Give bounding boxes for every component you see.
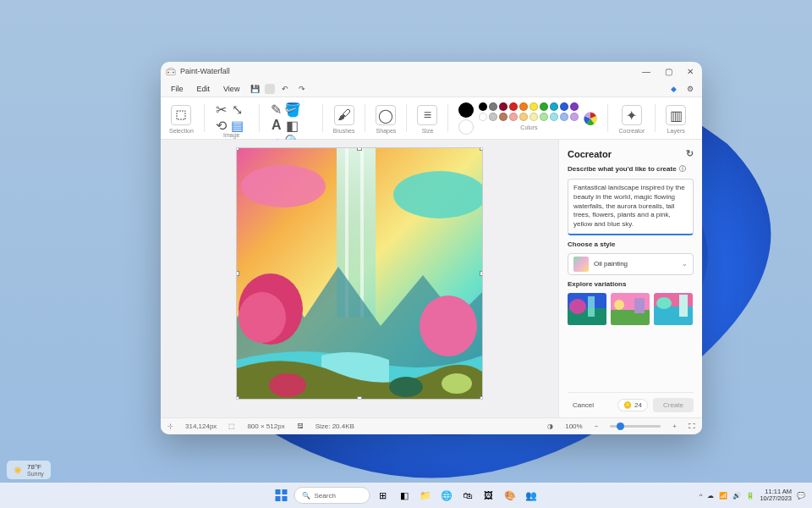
onedrive-icon[interactable]: ☁ xyxy=(707,492,714,500)
brush-tool[interactable]: 🖌 xyxy=(334,105,354,125)
text-icon[interactable]: A xyxy=(270,119,283,132)
shapes-tool[interactable]: ◯ xyxy=(376,105,396,125)
color-swatch[interactable] xyxy=(550,102,558,111)
widgets-icon[interactable]: ◧ xyxy=(396,487,413,504)
svg-point-16 xyxy=(389,377,423,397)
color-swatch[interactable] xyxy=(489,113,497,121)
size-tool[interactable]: ≡ xyxy=(417,105,437,125)
menu-view[interactable]: View xyxy=(218,83,244,95)
color-swatch[interactable] xyxy=(529,102,538,111)
menu-file[interactable]: File xyxy=(166,83,189,95)
variation-3[interactable] xyxy=(654,293,693,325)
canvas[interactable] xyxy=(237,148,482,399)
color-swatch[interactable] xyxy=(499,102,508,111)
wifi-icon[interactable]: 📶 xyxy=(719,492,727,500)
edge-icon[interactable]: 🌐 xyxy=(438,487,455,504)
fill-icon[interactable]: 🪣 xyxy=(286,102,299,116)
canvas-area[interactable] xyxy=(161,140,558,417)
cancel-button[interactable]: Cancel xyxy=(568,398,599,412)
weather-widget[interactable]: ☀️ 78°F Sunny xyxy=(7,461,51,479)
credits-pill[interactable]: 🪙 24 xyxy=(617,399,648,411)
color-swatch[interactable] xyxy=(560,113,568,121)
color-swatch[interactable] xyxy=(540,113,548,121)
ribbon-colors: Colors xyxy=(455,101,601,135)
prompt-input[interactable]: Fantastical landscape inspired by the be… xyxy=(568,179,694,235)
zoom-in-icon[interactable]: + xyxy=(672,422,677,430)
fit-icon[interactable]: ⛶ xyxy=(689,422,695,430)
style-thumbnail xyxy=(573,257,589,272)
save-icon[interactable]: 💾 xyxy=(248,82,261,96)
undo-icon[interactable]: ↶ xyxy=(278,82,292,96)
crop-icon[interactable]: ✂ xyxy=(215,102,228,116)
layers-small-icon[interactable]: ▤ xyxy=(231,119,244,132)
redo-icon[interactable]: ↷ xyxy=(295,82,309,96)
pencil-icon[interactable]: ✎ xyxy=(270,102,283,116)
info-icon[interactable]: ⓘ xyxy=(679,164,686,174)
cocreator-icon[interactable]: ✦ xyxy=(622,105,642,125)
color-swatch[interactable] xyxy=(560,102,568,111)
select-tool[interactable] xyxy=(171,105,191,125)
rotate-icon[interactable]: ⟲ xyxy=(215,119,228,132)
color-swatch[interactable] xyxy=(509,102,518,111)
variation-2[interactable] xyxy=(611,293,650,325)
copilot-icon[interactable]: ◆ xyxy=(667,82,680,96)
variations-label: Explore variations xyxy=(568,280,694,288)
titlebar[interactable]: Paint - Waterfall — ▢ ✕ xyxy=(161,62,702,80)
create-button[interactable]: Create xyxy=(653,398,694,412)
color-swatch[interactable] xyxy=(479,113,487,121)
menu-edit[interactable]: Edit xyxy=(192,83,216,95)
secondary-color[interactable] xyxy=(458,119,474,135)
color-swatch[interactable] xyxy=(519,113,528,121)
notifications-icon[interactable]: 💬 xyxy=(797,492,805,500)
status-dims: 800 × 512px xyxy=(247,422,284,430)
canvas-size-icon: ⬚ xyxy=(228,422,235,430)
taskbar-clock[interactable]: 11:11 AM 10/27/2023 xyxy=(760,489,792,502)
ribbon-size: ≡ Size xyxy=(414,101,441,135)
zoom-slider[interactable] xyxy=(610,425,661,428)
ribbon-cocreator[interactable]: ✦ Cocreator xyxy=(615,101,648,135)
color-swatch[interactable] xyxy=(570,113,579,121)
color-swatch[interactable] xyxy=(499,113,508,121)
color-swatch[interactable] xyxy=(550,113,558,121)
color-swatch[interactable] xyxy=(479,102,487,111)
prompt-label: Describe what you'd like to create ⓘ xyxy=(568,164,694,174)
settings-icon[interactable]: ⚙ xyxy=(683,82,697,96)
color-swatch[interactable] xyxy=(570,102,579,111)
resize-icon[interactable]: ⤡ xyxy=(231,102,244,116)
history-icon[interactable]: ↻ xyxy=(686,148,694,159)
cursor-pos-icon: ⊹ xyxy=(167,422,173,430)
window-minimize-button[interactable]: — xyxy=(639,67,653,76)
teams-icon[interactable]: 👥 xyxy=(523,487,540,504)
menubar: File Edit View 💾 ↶ ↷ ◆ ⚙ xyxy=(161,80,702,97)
style-select[interactable]: Oil painting ⌄ xyxy=(568,253,694,275)
zoom-out-icon[interactable]: − xyxy=(595,422,599,430)
tray-chevron-icon[interactable]: ^ xyxy=(700,492,703,500)
eraser-icon[interactable]: ◧ xyxy=(286,119,299,132)
variation-1[interactable] xyxy=(568,293,606,325)
color-swatch[interactable] xyxy=(509,113,518,121)
taskbar-search[interactable]: 🔍 Search xyxy=(294,487,370,504)
svg-rect-32 xyxy=(276,496,281,501)
svg-point-2 xyxy=(170,72,172,74)
photos-icon[interactable]: 🖼 xyxy=(480,487,497,504)
store-icon[interactable]: 🛍 xyxy=(459,487,476,504)
color-swatch[interactable] xyxy=(489,102,497,111)
primary-color[interactable] xyxy=(458,102,474,118)
paint-taskbar-icon[interactable]: 🎨 xyxy=(502,487,518,504)
battery-icon[interactable]: 🔋 xyxy=(746,492,754,500)
window-close-button[interactable]: ✕ xyxy=(683,67,697,76)
generated-artwork xyxy=(237,148,482,399)
window-maximize-button[interactable]: ▢ xyxy=(661,67,675,76)
explorer-icon[interactable]: 📁 xyxy=(417,487,434,504)
color-swatch[interactable] xyxy=(540,102,548,111)
color-swatch[interactable] xyxy=(529,113,538,121)
color-swatch[interactable] xyxy=(519,102,528,111)
ribbon-layers[interactable]: ▥ Layers xyxy=(662,101,689,135)
start-button[interactable] xyxy=(273,487,290,504)
status-cursor: 314,124px xyxy=(185,422,217,430)
svg-rect-21 xyxy=(588,296,595,317)
task-view-icon[interactable]: ⊞ xyxy=(375,487,392,504)
color-wheel-icon[interactable] xyxy=(584,112,597,125)
layers-icon[interactable]: ▥ xyxy=(666,105,686,125)
volume-icon[interactable]: 🔊 xyxy=(732,492,741,500)
